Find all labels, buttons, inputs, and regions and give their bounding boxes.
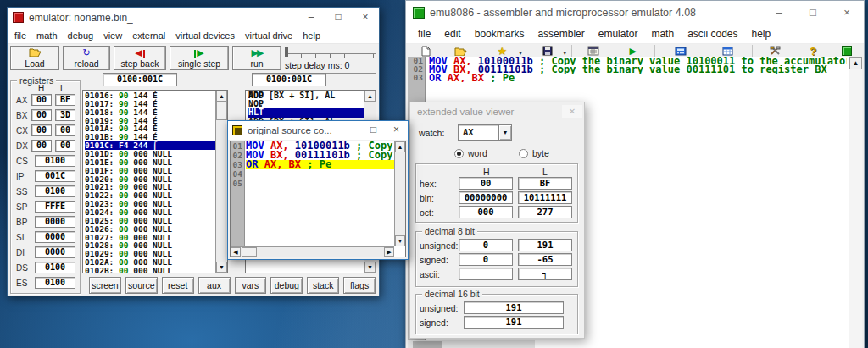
scroll-up-icon[interactable]: ▲: [395, 141, 405, 152]
register-cx-h[interactable]: 00: [31, 124, 52, 136]
minimize-icon[interactable]: –: [339, 121, 362, 140]
scroll-up-icon[interactable]: ▲: [364, 91, 376, 102]
memory-address-input[interactable]: 0100:001C: [103, 73, 177, 86]
register-bx-l[interactable]: 3D: [55, 109, 75, 121]
register-bx-h[interactable]: 00: [31, 109, 52, 121]
source-panel-button[interactable]: source: [125, 277, 158, 294]
menu-item-edit[interactable]: edit: [437, 25, 467, 42]
menu-item-ascii-codes[interactable]: ascii codes: [681, 25, 744, 42]
viewer-oct--h[interactable]: 000: [459, 206, 513, 218]
scroll-thumb[interactable]: [242, 247, 257, 257]
menu-item-bookmarks[interactable]: bookmarks: [468, 25, 531, 42]
menu-item-external[interactable]: external: [127, 29, 170, 42]
ide-vscrollbar[interactable]: ▲: [849, 57, 862, 348]
register-es[interactable]: 0100: [35, 277, 75, 289]
run-button[interactable]: ▶▶ run: [232, 46, 281, 70]
menu-item-assembler[interactable]: assembler: [531, 25, 591, 42]
viewer-oct--l[interactable]: 277: [518, 206, 572, 218]
source-vscrollbar[interactable]: ▲ ▼: [394, 141, 405, 246]
menu-item-virtual-drive[interactable]: virtual drive: [240, 29, 298, 42]
viewer-titlebar[interactable]: extended value viewer ✕: [410, 102, 584, 120]
minimize-icon[interactable]: –: [298, 8, 325, 27]
radio-word[interactable]: word: [454, 148, 487, 158]
step-back-button[interactable]: ◀ step back: [114, 46, 166, 70]
close-icon[interactable]: ×: [385, 121, 408, 140]
step-delay-slider[interactable]: [285, 47, 376, 54]
menu-item-view[interactable]: view: [98, 29, 127, 42]
disassembly-row[interactable]: ADD [BX + SI], AL: [248, 91, 364, 100]
close-icon[interactable]: ✕: [562, 105, 582, 118]
memory-list[interactable]: 01016: 90 144 É01017: 90 144 É01018: 90 …: [82, 90, 228, 273]
reset-panel-button[interactable]: reset: [162, 277, 194, 294]
viewer-dec8-ascii--l[interactable]: ┐: [518, 268, 572, 280]
single-step-button[interactable]: ▶ single step: [170, 46, 229, 70]
register-sp[interactable]: FFFE: [35, 201, 75, 213]
scroll-thumb[interactable]: [216, 102, 227, 120]
scroll-down-icon[interactable]: ▼: [364, 262, 376, 273]
viewer-dec8-signed--h[interactable]: 0: [459, 253, 513, 266]
debug-panel-button[interactable]: debug: [270, 277, 303, 294]
close-icon[interactable]: ×: [830, 1, 864, 25]
aux-panel-button[interactable]: aux: [198, 277, 231, 294]
viewer-hex--l[interactable]: BF: [518, 177, 572, 190]
source-hscrollbar[interactable]: ◀ ▶: [231, 246, 394, 257]
menu-item-help[interactable]: help: [298, 29, 326, 42]
menu-item-help[interactable]: help: [745, 25, 778, 42]
register-cs[interactable]: 0100: [35, 155, 75, 167]
register-dx-l[interactable]: 00: [55, 140, 75, 152]
menu-item-virtual-devices[interactable]: virtual devices: [170, 29, 240, 42]
register-ss[interactable]: 0100: [35, 185, 75, 197]
menu-item-math[interactable]: math: [31, 29, 62, 42]
scroll-right-icon[interactable]: ▶: [384, 247, 394, 257]
scroll-up-icon[interactable]: ▲: [849, 57, 862, 69]
viewer-dec16-unsigned-[interactable]: 191: [464, 301, 564, 314]
menu-item-emulator[interactable]: emulator: [592, 25, 645, 42]
viewer-dec8-unsigned--h[interactable]: 0: [459, 239, 513, 251]
register-ds[interactable]: 0100: [35, 262, 75, 273]
menu-item-file[interactable]: file: [411, 25, 437, 42]
scroll-down-icon[interactable]: ▼: [395, 235, 405, 246]
ide-titlebar[interactable]: emu8086 - assembler and microprocessor e…: [406, 1, 864, 25]
dropdown-caret-icon[interactable]: ▼: [562, 50, 568, 56]
viewer-bin--l[interactable]: 10111111: [518, 191, 572, 204]
vars-panel-button[interactable]: vars: [235, 277, 267, 294]
viewer-dec8-ascii--h[interactable]: [459, 268, 513, 280]
register-ax-l[interactable]: BF: [55, 94, 75, 106]
reload-button[interactable]: ↻ reload: [63, 46, 110, 70]
dropdown-caret-icon[interactable]: ▼: [517, 50, 523, 56]
radio-byte[interactable]: byte: [519, 148, 549, 158]
source-titlebar[interactable]: original source co... – □ ×: [228, 121, 408, 140]
source-editor[interactable]: 0102030405 MOV AX, 10100011b ; CopyMOV B…: [230, 141, 406, 257]
scroll-down-icon[interactable]: ▼: [216, 262, 227, 273]
disasm-address-input[interactable]: 0100:001C: [252, 73, 326, 86]
emulator-titlebar[interactable]: emulator: noname.bin_ – □ ×: [8, 8, 379, 27]
viewer-dec16-signed-[interactable]: 191: [464, 316, 564, 329]
maximize-icon[interactable]: □: [325, 8, 352, 27]
scroll-up-icon[interactable]: ▲: [216, 91, 227, 102]
flags-panel-button[interactable]: flags: [343, 277, 376, 294]
maximize-icon[interactable]: □: [796, 1, 830, 25]
memory-scrollbar[interactable]: ▲ ▼: [215, 91, 227, 273]
viewer-dec8-signed--l[interactable]: -65: [518, 253, 572, 266]
close-icon[interactable]: ×: [352, 8, 379, 27]
scroll-left-icon[interactable]: ◀: [231, 247, 241, 257]
load-button[interactable]: Load: [10, 46, 59, 70]
register-ax-h[interactable]: 00: [31, 94, 52, 106]
minimize-icon[interactable]: –: [762, 1, 796, 25]
register-dx-h[interactable]: 00: [31, 140, 52, 152]
watch-combobox[interactable]: AX ▼: [458, 124, 512, 141]
memory-row[interactable]: 0102B: 00 000 NULL: [85, 267, 215, 273]
menu-item-debug[interactable]: debug: [63, 29, 99, 42]
stack-panel-button[interactable]: stack: [307, 277, 339, 294]
register-di[interactable]: 0000: [35, 246, 75, 258]
register-ip[interactable]: 001C: [35, 170, 75, 182]
combo-dropdown-icon[interactable]: ▼: [498, 124, 512, 141]
maximize-icon[interactable]: □: [362, 121, 385, 140]
register-cx-l[interactable]: 00: [55, 124, 75, 136]
disassembly-row[interactable]: ...: [248, 100, 364, 108]
menu-item-file[interactable]: file: [9, 29, 31, 42]
register-bp[interactable]: 0000: [35, 216, 75, 228]
screen-panel-button[interactable]: screen: [89, 277, 121, 294]
viewer-bin--h[interactable]: 00000000: [459, 191, 513, 204]
menu-item-math[interactable]: math: [644, 25, 681, 42]
